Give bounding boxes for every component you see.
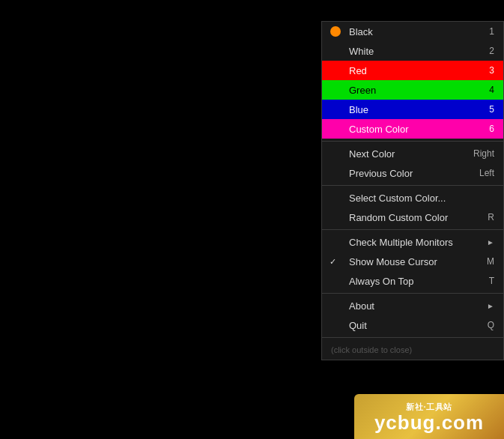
submenu-arrow-icon: ► <box>487 238 494 246</box>
menu-item-next-color[interactable]: Next Color Right <box>322 144 503 163</box>
shortcut-random: R <box>488 212 494 222</box>
orange-dot-icon <box>330 26 341 37</box>
shortcut-cursor: M <box>487 256 494 267</box>
menu-item-always-on-top[interactable]: Always On Top T <box>322 271 503 291</box>
color-label-red: Red <box>349 65 367 76</box>
shortcut-black: 1 <box>489 26 494 37</box>
check-monitors-label: Check Multiple Monitors <box>349 237 453 248</box>
menu-item-red[interactable]: Red 3 <box>322 61 503 80</box>
logo-brand-text: ycbug.com <box>374 413 484 432</box>
color-label-custom: Custom Color <box>349 124 408 135</box>
separator-5 <box>322 337 503 338</box>
shortcut-next: Right <box>473 148 494 159</box>
prev-color-label: Previous Color <box>349 168 413 179</box>
about-label: About <box>349 300 374 312</box>
shortcut-quit: Q <box>488 320 494 330</box>
about-arrow-icon: ► <box>487 302 494 310</box>
menu-item-white[interactable]: White 2 <box>322 41 503 61</box>
menu-item-select-custom[interactable]: Select Custom Color... <box>322 188 503 208</box>
shortcut-blue: 5 <box>489 104 494 115</box>
select-custom-label: Select Custom Color... <box>349 193 446 204</box>
logo-inner: 新社·工具站 ycbug.com <box>354 394 504 439</box>
separator-1 <box>322 141 503 142</box>
footer-text: (click outside to close) <box>322 340 503 360</box>
shortcut-green: 4 <box>489 85 494 95</box>
separator-4 <box>322 293 503 294</box>
color-label-green: Green <box>349 85 376 96</box>
shortcut-red: 3 <box>489 65 494 76</box>
show-cursor-label: Show Mouse Cursor <box>349 256 437 267</box>
separator-2 <box>322 185 503 186</box>
context-menu: Black 1 White 2 Red 3 Green 4 Blue 5 Cus… <box>321 21 504 360</box>
menu-item-check-monitors[interactable]: Check Multiple Monitors ► <box>322 232 503 252</box>
color-label-white: White <box>349 46 374 57</box>
next-color-label: Next Color <box>349 148 395 160</box>
shortcut-white: 2 <box>489 46 494 56</box>
logo-watermark: 新社·工具站 ycbug.com <box>354 394 504 439</box>
menu-item-green[interactable]: Green 4 <box>322 80 503 100</box>
quit-label: Quit <box>349 320 367 331</box>
checkmark-icon: ✓ <box>330 257 336 267</box>
menu-item-black[interactable]: Black 1 <box>322 22 503 41</box>
color-label-black: Black <box>349 26 373 37</box>
separator-3 <box>322 229 503 230</box>
menu-item-prev-color[interactable]: Previous Color Left <box>322 163 503 183</box>
always-on-top-label: Always On Top <box>349 276 413 287</box>
menu-item-quit[interactable]: Quit Q <box>322 315 503 335</box>
menu-item-show-cursor[interactable]: ✓ Show Mouse Cursor M <box>322 252 503 271</box>
menu-item-custom[interactable]: Custom Color 6 <box>322 119 503 139</box>
shortcut-top: T <box>489 276 494 286</box>
menu-item-about[interactable]: About ► <box>322 296 503 315</box>
menu-item-random-custom[interactable]: Random Custom Color R <box>322 208 503 227</box>
random-custom-label: Random Custom Color <box>349 212 448 223</box>
shortcut-custom: 6 <box>489 124 494 134</box>
shortcut-prev: Left <box>479 168 494 178</box>
color-label-blue: Blue <box>349 104 368 115</box>
menu-item-blue[interactable]: Blue 5 <box>322 100 503 119</box>
